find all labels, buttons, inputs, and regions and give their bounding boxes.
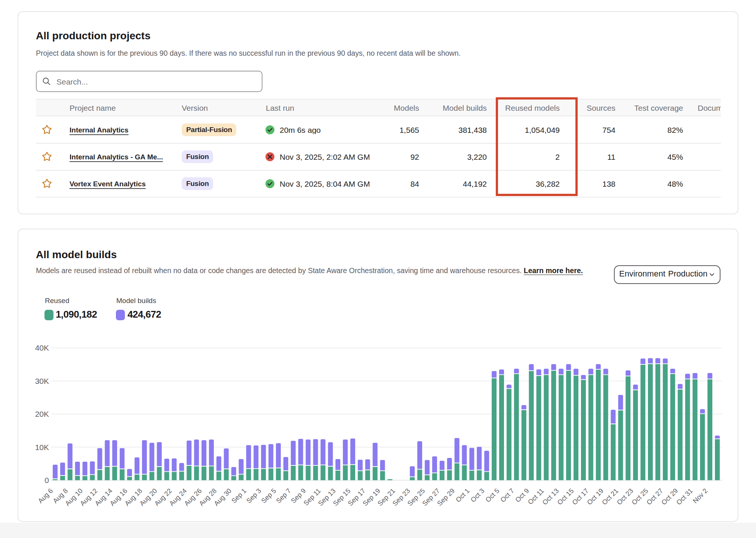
svg-text:30K: 30K [35,377,49,385]
svg-text:Oct 13: Oct 13 [541,487,560,507]
svg-text:0: 0 [44,476,49,484]
svg-text:Oct 15: Oct 15 [556,487,575,507]
svg-text:40K: 40K [35,343,49,352]
svg-text:Sep 3: Sep 3 [245,487,262,505]
svg-text:Oct 29: Oct 29 [660,487,679,507]
svg-text:Oct 21: Oct 21 [600,487,620,507]
svg-text:Oct 17: Oct 17 [571,487,590,507]
svg-text:Oct 1: Oct 1 [454,487,471,504]
svg-text:Oct 3: Oct 3 [469,487,486,504]
svg-text:Oct 5: Oct 5 [484,487,501,504]
svg-text:10K: 10K [35,443,49,452]
svg-text:Aug 6: Aug 6 [37,487,54,505]
svg-text:Oct 25: Oct 25 [630,487,650,507]
svg-text:Oct 27: Oct 27 [645,487,664,507]
svg-text:Oct 31: Oct 31 [675,487,694,507]
svg-text:Oct 19: Oct 19 [586,487,605,507]
svg-text:Oct 23: Oct 23 [615,487,635,507]
svg-text:Sep 1: Sep 1 [230,487,248,505]
svg-text:20K: 20K [35,410,49,418]
svg-text:Oct 7: Oct 7 [499,487,516,504]
svg-text:Sep 7: Sep 7 [275,487,292,505]
svg-text:Nov 2: Nov 2 [691,487,709,505]
svg-text:Sep 5: Sep 5 [260,487,277,505]
